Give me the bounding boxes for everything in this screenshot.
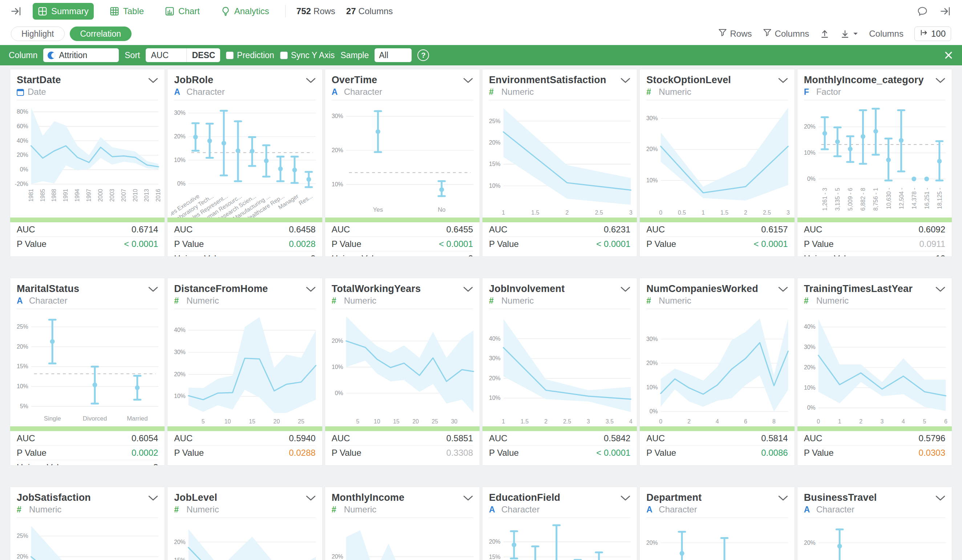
collapse-panel-icon[interactable] <box>11 6 22 17</box>
card-type-label: Character <box>816 504 854 515</box>
stat-row: P Value0.0303 <box>804 445 945 460</box>
chevron-down-icon[interactable] <box>778 77 788 84</box>
svg-text:20%: 20% <box>174 371 186 377</box>
chevron-down-icon[interactable] <box>936 77 945 84</box>
stat-value: 0.5796 <box>919 433 945 444</box>
columns-limit-box[interactable]: 100 <box>914 26 951 41</box>
stat-value: 0.6455 <box>447 224 473 235</box>
chevron-down-icon[interactable] <box>778 495 788 501</box>
column-card: MonthlyIncome # Numeric 10%20%51015 <box>325 487 480 560</box>
download-icon[interactable] <box>840 29 858 39</box>
chevron-down-icon[interactable] <box>936 286 945 292</box>
sort-direction[interactable]: DESC <box>186 48 220 62</box>
tab-analytics[interactable]: Analytics <box>216 3 274 19</box>
svg-text:10: 10 <box>374 418 380 424</box>
stat-value: 0.6054 <box>132 433 158 444</box>
sync-y-axis-checkbox[interactable] <box>280 52 288 59</box>
svg-text:20%: 20% <box>174 133 186 139</box>
card-stats: AUC0.5851P Value0.3308 <box>325 431 479 460</box>
sample-label: Sample <box>341 50 369 60</box>
svg-text:10%: 10% <box>174 393 186 399</box>
prediction-checkbox[interactable] <box>226 52 234 59</box>
svg-text:0%: 0% <box>334 390 343 396</box>
chevron-down-icon[interactable] <box>936 495 945 501</box>
chevron-down-icon[interactable] <box>463 77 473 84</box>
svg-text:1,261 - 3: 1,261 - 3 <box>822 188 828 211</box>
column-card: JobInvolvement # Numeric 10%20%30%40%11.… <box>482 278 637 466</box>
close-icon[interactable] <box>944 50 953 60</box>
card-chart: 5%10%15%20%25%SingleDivorcedMarried <box>10 311 165 426</box>
stat-value: 0.0303 <box>919 448 945 458</box>
tab-summary[interactable]: Summary <box>33 3 94 19</box>
svg-text:2: 2 <box>544 418 547 424</box>
chevron-down-icon[interactable] <box>620 286 630 292</box>
svg-text:10%: 10% <box>174 157 186 163</box>
svg-text:4: 4 <box>629 418 633 424</box>
chevron-down-icon[interactable] <box>620 77 630 84</box>
highlight-button[interactable]: Highlight <box>11 26 65 41</box>
svg-text:6: 6 <box>944 418 947 424</box>
card-chart: 10%20%51015 <box>325 520 479 560</box>
card-stats: AUC0.6714P Value< 0.0001 <box>10 222 165 251</box>
stat-value: < 0.0001 <box>754 239 788 249</box>
chevron-down-icon[interactable] <box>148 495 158 501</box>
sample-select[interactable]: All <box>374 48 412 62</box>
numeric-type-icon: # <box>646 296 655 305</box>
sort-select[interactable]: AUC DESC <box>146 48 220 62</box>
chevron-down-icon[interactable] <box>148 286 158 292</box>
chevron-down-icon[interactable] <box>148 77 158 84</box>
columns-count: 27Columns <box>346 6 393 16</box>
upload-icon[interactable] <box>820 29 830 39</box>
card-stats: AUC0.5842P Value< 0.0001 <box>483 431 637 460</box>
columns-filter-button[interactable]: Columns <box>763 28 809 39</box>
correlation-button[interactable]: Correlation <box>70 26 132 41</box>
numeric-type-icon: # <box>804 296 813 305</box>
svg-text:10,630 -: 10,630 - <box>885 188 891 209</box>
chevron-down-icon[interactable] <box>306 286 316 292</box>
stat-label: P Value <box>174 239 204 249</box>
rows-filter-button[interactable]: Rows <box>718 28 752 39</box>
svg-text:8,756 - 1: 8,756 - 1 <box>873 188 879 211</box>
card-stats: AUC0.5814P Value0.0086 <box>640 431 794 460</box>
card-chart: 5%10%15%20%25%11.522.533.54 <box>10 520 165 560</box>
auc-progress-bar <box>797 426 952 431</box>
chevron-down-icon[interactable] <box>306 495 316 501</box>
auc-progress-bar <box>168 426 322 431</box>
card-type-label: Character <box>186 87 224 97</box>
sort-field[interactable]: AUC <box>146 48 186 62</box>
stat-value: 0.6157 <box>761 224 788 235</box>
chevron-down-icon[interactable] <box>306 77 316 84</box>
help-icon[interactable]: ? <box>417 49 429 61</box>
funnel-icon <box>763 28 772 39</box>
svg-text:Res...: Res... <box>298 193 314 206</box>
comment-bubble-icon[interactable] <box>917 6 928 17</box>
svg-text:10%: 10% <box>489 183 500 189</box>
chevron-down-icon[interactable] <box>463 495 473 501</box>
stat-row: P Value0.0288 <box>174 445 315 460</box>
svg-text:1981: 1981 <box>28 189 34 202</box>
card-chart: 10%15%20%Travel_Frequen...Travel_RarelyN… <box>797 520 952 560</box>
card-title: NumCompaniesWorked <box>646 283 758 295</box>
rows-count: 752Rows <box>297 6 335 16</box>
card-type-label: Character <box>29 295 67 306</box>
tab-chart[interactable]: Chart <box>160 3 205 19</box>
stat-value: 0.6458 <box>289 224 315 235</box>
chevron-down-icon[interactable] <box>778 286 788 292</box>
svg-text:20%: 20% <box>489 139 500 145</box>
tab-table[interactable]: Table <box>105 3 149 19</box>
card-type-label: Numeric <box>659 87 691 97</box>
auc-progress-bar <box>797 218 952 222</box>
svg-text:10%: 10% <box>804 384 815 391</box>
chevron-down-icon[interactable] <box>620 495 630 501</box>
svg-text:25: 25 <box>432 418 438 424</box>
collapse-right-icon[interactable] <box>940 6 951 17</box>
caret-down-icon <box>853 32 858 36</box>
target-column-select[interactable]: Attrition <box>43 48 119 62</box>
chevron-down-icon[interactable] <box>463 286 473 292</box>
numeric-type-icon: # <box>332 505 341 514</box>
card-type-label: Numeric <box>659 295 691 306</box>
stat-label: P Value <box>332 448 362 458</box>
stat-value: < 0.0001 <box>596 239 630 249</box>
tab-label: Summary <box>51 6 89 16</box>
stat-label: AUC <box>17 433 35 444</box>
